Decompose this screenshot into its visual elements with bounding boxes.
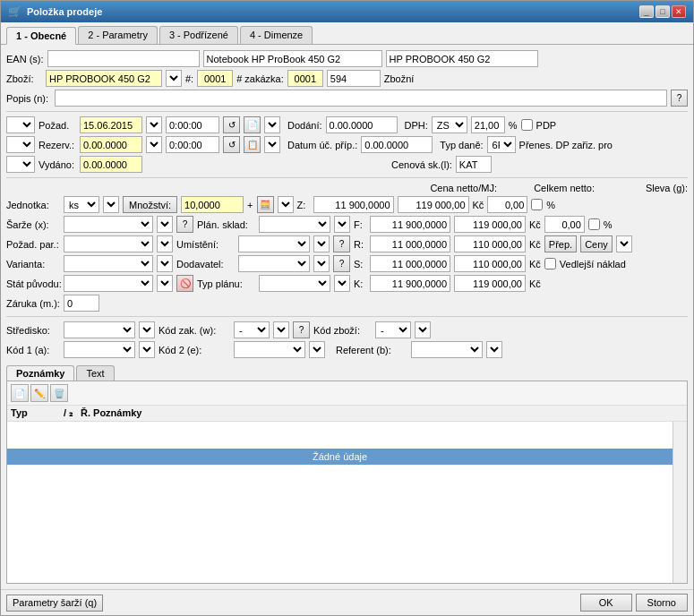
- zbozi-select[interactable]: [166, 70, 182, 87]
- dph-select[interactable]: ZS: [432, 116, 467, 133]
- dodavatel-select2[interactable]: [313, 255, 330, 272]
- z-cena-input[interactable]: [313, 196, 394, 213]
- pozad-time-input[interactable]: [166, 116, 219, 133]
- referent-select2[interactable]: [486, 341, 502, 358]
- stat-icon[interactable]: 🚫: [176, 275, 193, 292]
- tab-general[interactable]: 1 - Obecné: [6, 27, 76, 45]
- kod-zak-help-icon[interactable]: ?: [293, 321, 310, 338]
- tab-params[interactable]: 2 - Parametry: [78, 26, 158, 44]
- tab-dimensions[interactable]: 4 - Dimenze: [240, 26, 313, 44]
- umisteni-help-icon[interactable]: ?: [333, 235, 350, 252]
- f-sleva-input[interactable]: [544, 216, 585, 233]
- rezerv-type-select[interactable]: [6, 136, 35, 153]
- notes-scrollbar[interactable]: [673, 422, 687, 583]
- sarze-select2[interactable]: [157, 216, 173, 233]
- dodavatel-select[interactable]: [238, 255, 310, 272]
- hash-input[interactable]: [197, 70, 233, 87]
- rezerv-icon2[interactable]: 📋: [244, 136, 261, 153]
- notes-add-icon[interactable]: 📄: [11, 384, 29, 402]
- mnozstvi-input[interactable]: [181, 196, 244, 213]
- close-button[interactable]: ✕: [672, 5, 686, 18]
- hp-input[interactable]: [386, 50, 538, 67]
- params-sarzi-button[interactable]: Parametry šarží (q): [6, 595, 103, 612]
- typ-planu-select[interactable]: [259, 275, 330, 292]
- vydano-type-select[interactable]: [6, 156, 35, 173]
- k-celkem-input[interactable]: [454, 275, 526, 292]
- k-cena-input[interactable]: [370, 275, 450, 292]
- tab-text[interactable]: Text: [76, 365, 114, 381]
- typ-planu-select2[interactable]: [334, 275, 350, 292]
- zbozi-input[interactable]: [46, 70, 162, 87]
- kod1-select[interactable]: [64, 341, 135, 358]
- dodavatel-help-icon[interactable]: ?: [333, 255, 350, 272]
- vydano-input[interactable]: [80, 156, 142, 173]
- mnozstvi-btn[interactable]: Množství:: [123, 196, 177, 213]
- rezerv-time-input[interactable]: [166, 136, 219, 153]
- datum-input[interactable]: [361, 136, 433, 153]
- kod-zak-select[interactable]: -: [234, 321, 270, 338]
- jednotka-select[interactable]: ks: [64, 196, 99, 213]
- pozad-icon2-select[interactable]: [264, 116, 280, 133]
- kod-zbozi-select2[interactable]: [415, 321, 431, 338]
- kod1-select2[interactable]: [139, 341, 155, 358]
- pdp-checkbox[interactable]: [521, 119, 533, 131]
- notebook-input[interactable]: [203, 50, 382, 67]
- pozad-par-select2[interactable]: [157, 235, 173, 252]
- kod-zak-select2[interactable]: [273, 321, 289, 338]
- sarze-help-icon[interactable]: ?: [176, 216, 193, 233]
- z-select[interactable]: [278, 196, 294, 213]
- ean-input[interactable]: [47, 50, 200, 67]
- sarze-select[interactable]: [64, 216, 153, 233]
- stat-puvodu-select2[interactable]: [157, 275, 173, 292]
- s-cena-input[interactable]: [370, 255, 450, 272]
- rezerv-date-select[interactable]: [146, 136, 162, 153]
- popis-input[interactable]: [55, 90, 667, 107]
- zakazka-input[interactable]: [287, 70, 323, 87]
- stredisko-select2[interactable]: [139, 321, 155, 338]
- kod-zbozi-select[interactable]: -: [375, 321, 411, 338]
- z-celkem-input[interactable]: [398, 196, 469, 213]
- s-celkem-input[interactable]: [454, 255, 526, 272]
- umisteni-select[interactable]: [238, 235, 310, 252]
- f-sleva-checkbox[interactable]: [588, 218, 600, 230]
- umisteni-select2[interactable]: [313, 235, 330, 252]
- plan-sklad-select2[interactable]: [334, 216, 350, 233]
- varianta-select[interactable]: [64, 255, 153, 272]
- help-icon[interactable]: ?: [671, 90, 688, 107]
- kod2-select2[interactable]: [309, 341, 325, 358]
- cenova-input[interactable]: [456, 156, 492, 173]
- kod2-select[interactable]: [234, 341, 305, 358]
- r-cena-input[interactable]: [370, 235, 450, 252]
- tab-poznamky[interactable]: Poznámky: [6, 365, 74, 381]
- ceny-select[interactable]: [616, 235, 632, 252]
- stat-puvodu-select[interactable]: [64, 275, 153, 292]
- typ-dane-select[interactable]: 6P: [487, 136, 516, 153]
- pozad-par-select[interactable]: [64, 235, 153, 252]
- referent-select[interactable]: [411, 341, 483, 358]
- pozad-type-select[interactable]: [6, 116, 35, 133]
- jednotka-select2[interactable]: [103, 196, 119, 213]
- right-value-input[interactable]: [327, 70, 381, 87]
- zaruka-input[interactable]: [64, 295, 99, 312]
- pozad-date-select[interactable]: [146, 116, 162, 133]
- plan-sklad-select[interactable]: [259, 216, 330, 233]
- notes-edit-icon[interactable]: ✏️: [30, 384, 48, 402]
- prep-btn[interactable]: Přep.: [544, 235, 577, 252]
- z-sleva-checkbox[interactable]: [531, 199, 543, 210]
- storno-button[interactable]: Storno: [636, 594, 688, 612]
- dodani-input[interactable]: [326, 116, 398, 133]
- pozad-date-input[interactable]: [80, 116, 142, 133]
- r-celkem-input[interactable]: [454, 235, 526, 252]
- rezerv-refresh-icon[interactable]: ↺: [223, 136, 240, 153]
- ceny-btn[interactable]: Ceny: [580, 235, 613, 252]
- z-sleva-input[interactable]: [487, 196, 527, 213]
- tab-subordinate[interactable]: 3 - Podřízené: [159, 26, 238, 44]
- calc-icon[interactable]: 🧮: [257, 196, 274, 213]
- pozad-icon2[interactable]: 📄: [244, 116, 261, 133]
- notes-delete-icon[interactable]: 🗑️: [50, 384, 68, 402]
- ok-button[interactable]: OK: [580, 594, 632, 612]
- maximize-button[interactable]: □: [655, 5, 670, 18]
- f-celkem-input[interactable]: [454, 216, 526, 233]
- rezerv-date-input[interactable]: [80, 136, 142, 153]
- minimize-button[interactable]: _: [639, 5, 654, 18]
